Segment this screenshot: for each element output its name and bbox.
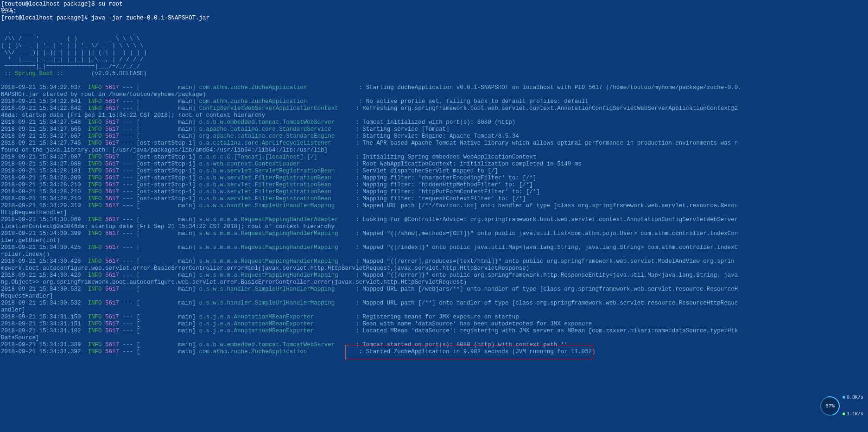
log-token: --- [ [119, 154, 140, 160]
log-token: 5617 [105, 161, 119, 167]
log-line [1, 77, 741, 84]
log-line: 2018-09-21 15:34:27.745 INFO 5617 --- [o… [1, 140, 741, 147]
log-token: s.w.s.m.m.a.RequestMappingHandlerMapping [199, 244, 356, 251]
log-token: 2018-09-21 15:34:31.392 [1, 349, 88, 355]
log-token: main] [140, 244, 199, 251]
log-token: INFO [88, 216, 106, 223]
log-token: : Mapped "{[/error],produces=[text/html]… [355, 258, 735, 265]
log-line: RequestHandler] [1, 293, 741, 300]
log-token: : Starting Servlet Engine: Apache Tomcat… [355, 133, 519, 140]
log-token: : Bean with name 'dataSource' has been a… [355, 321, 592, 327]
log-token: org.apache.catalina.core.StandardEngine [199, 133, 356, 140]
log-token: --- [ [119, 119, 140, 126]
log-token: INFO [88, 328, 106, 334]
log-line: roller.Index() [1, 251, 741, 258]
log-token: 5617 [105, 175, 119, 181]
log-token: 5617 [105, 272, 119, 279]
log-token: INFO [88, 196, 106, 202]
log-token: 2018-09-21 15:34:28.210 [1, 196, 88, 202]
log-token: INFO [88, 140, 106, 146]
log-token: 5617 [105, 244, 119, 251]
log-token: andler] [1, 307, 25, 313]
log-token: 5617 [105, 328, 119, 334]
log-token: --- [ [119, 328, 140, 334]
log-token: 2018-09-21 15:34:27.988 [1, 161, 88, 167]
log-token: INFO [88, 98, 106, 105]
terminal-output[interactable]: [toutou@localhost package]$ su root密码:[r… [0, 0, 742, 356]
log-token: main] [140, 216, 199, 223]
log-line: [toutou@localhost package]$ su root [1, 1, 741, 8]
spring-boot-version: :: Spring Boot :: (v2.0.5.RELEASE) [1, 70, 741, 77]
log-token: o.s.b.w.servlet.ServletRegistrationBean [199, 168, 356, 174]
log-line: 2018-09-21 15:34:30.532 INFO 5617 --- [ … [1, 286, 741, 293]
log-token: --- [ [119, 203, 140, 209]
log-token: found on the java.library.path: [/usr/ja… [1, 147, 328, 153]
log-token: : Mapping filter: 'httpPutFormContentFil… [355, 189, 540, 195]
log-token: INFO [88, 342, 106, 348]
log-token: (v2.0.5.RELEASE) [63, 70, 147, 77]
log-line: 2018-09-21 15:34:30.428 INFO 5617 --- [ … [1, 258, 741, 265]
log-token: 2018-09-21 15:34:31.151 [1, 321, 88, 327]
log-token: INFO [88, 349, 106, 355]
log-line: 2018-09-21 15:34:22.641 INFO 5617 --- [ … [1, 98, 741, 105]
log-token: 密码: [1, 8, 17, 14]
log-token: mework.boot.autoconfigure.web.servlet.er… [1, 265, 529, 272]
log-token: --- [ [119, 133, 140, 140]
log-token: 5617 [105, 258, 119, 265]
log-token: main] [140, 342, 199, 348]
log-line: found on the java.library.path: [/usr/ja… [1, 147, 741, 154]
log-token: o.apache.catalina.core.StandardService [199, 126, 356, 133]
log-token: : Looking for @ControllerAdvice: org.spr… [355, 216, 738, 223]
log-token: [root@localhost package]# java -jar zuch… [1, 15, 209, 21]
log-token: --- [ [119, 321, 140, 327]
net-up: 0.8K/s [843, 395, 863, 400]
log-token: main] [140, 98, 199, 105]
log-token: 5617 [105, 154, 119, 160]
log-token: --- [ [119, 168, 140, 174]
log-token: o.s.w.s.handler.SimpleUrlHandlerMapping [199, 203, 356, 209]
log-token: --- [ [119, 342, 140, 348]
log-token: main] [140, 133, 199, 140]
log-token: com.athm.zuche.ZucheApplication [199, 84, 359, 91]
network-ring-icon: 67% [820, 396, 840, 416]
log-line: ng.Object>> org.springframework.boot.aut… [1, 279, 741, 286]
log-token: : The APR based Apache Tomcat Native lib… [355, 140, 738, 146]
log-line: mework.boot.autoconfigure.web.servlet.er… [1, 265, 741, 272]
log-token: 2018-09-21 15:34:31.182 [1, 328, 88, 334]
log-token: main] [140, 119, 199, 126]
log-token: : Mapping filter: 'requestContextFilter'… [355, 196, 526, 202]
log-line: 2018-09-21 15:34:22.637 INFO 5617 --- [ … [1, 84, 741, 91]
log-token: ost-startStop-1] [140, 168, 199, 174]
log-token: s.w.s.m.m.a.RequestMappingHandlerMapping [199, 258, 356, 265]
log-token: INFO [88, 154, 106, 160]
log-token: 2018-09-21 15:34:31.389 [1, 342, 88, 348]
log-token: main] [140, 321, 199, 327]
log-token: 5617 [105, 203, 119, 209]
log-token: roller.Index() [1, 251, 50, 258]
log-token: --- [ [119, 349, 140, 355]
log-token: : Mapped URL path [/webjars/**] onto han… [355, 286, 738, 292]
log-token: : Root WebApplicationContext: initializa… [355, 161, 582, 167]
log-token: main] [140, 203, 199, 209]
log-line: 2018-09-21 15:34:31.392 INFO 5617 --- [ … [1, 349, 741, 356]
log-token: : Located MBean 'dataSource': registerin… [355, 328, 738, 334]
log-token: : Mapping filter: 'characterEncodingFilt… [355, 175, 536, 181]
log-token: HttpRequestHandler] [1, 210, 67, 216]
log-token: main] [140, 84, 199, 91]
log-token: : Mapped "{[/show],methods=[GET]}" onto … [355, 230, 738, 237]
log-line: [root@localhost package]# java -jar zuch… [1, 15, 741, 22]
log-token: : Initializing Spring embedded WebApplic… [355, 154, 536, 160]
log-token: o.s.b.w.servlet.FilterRegistrationBean [199, 189, 356, 195]
log-token: ost-startStop-1] [140, 182, 199, 188]
log-token: --- [ [119, 161, 140, 167]
log-token: main] [140, 105, 199, 112]
log-token: 2018-09-21 15:34:29.310 [1, 203, 88, 209]
log-token: INFO [88, 258, 106, 265]
log-token: main] [140, 314, 199, 320]
log-token: s.w.s.m.m.a.RequestMappingHandlerMapping [199, 272, 356, 279]
log-token: INFO [88, 105, 106, 112]
log-token: ost-startStop-1] [140, 196, 199, 202]
log-token: : Starting service [Tomcat] [355, 126, 450, 133]
log-line: 2018-09-21 15:34:31.151 INFO 5617 --- [ … [1, 321, 741, 328]
log-token: : Refreshing org.springframework.boot.we… [355, 105, 738, 112]
